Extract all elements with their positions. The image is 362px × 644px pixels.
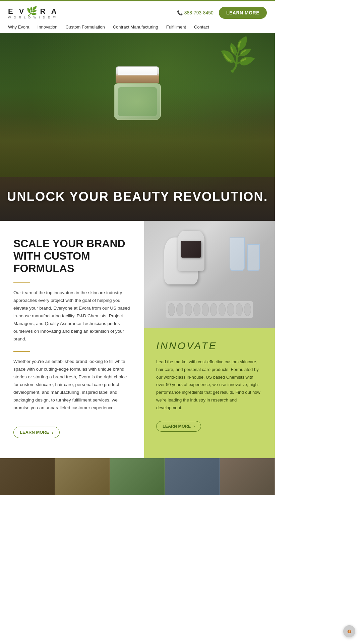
hero-title: UNLOCK YOUR BEAUTY REVOLUTION.	[0, 179, 275, 221]
logo-leaf-icon: 🌿	[26, 6, 39, 16]
main-content: SCALE YOUR BRAND WITH CUSTOM FORMULAS Ou…	[0, 221, 275, 458]
nav-link-contact[interactable]: Contact	[194, 24, 209, 30]
navbar: E V 🌿 R A W O R L D W I D E ™ 📞 888-793-…	[0, 1, 275, 21]
innovate-arrow-icon: ›	[193, 424, 195, 429]
jar-body	[114, 83, 161, 120]
main-heading: SCALE YOUR BRAND WITH CUSTOM FORMULAS	[13, 237, 131, 274]
hero-moss	[0, 117, 275, 177]
nav-link-custom-formulation[interactable]: Custom Formulation	[66, 24, 105, 30]
logo-wordmark: W O R L D W I D E ™	[8, 16, 57, 19]
logo-area: E V 🌿 R A W O R L D W I D E ™	[8, 6, 59, 19]
divider-line-1	[13, 282, 30, 283]
nav-link-innovation[interactable]: Innovation	[38, 24, 58, 30]
bottom-img-3	[110, 458, 165, 495]
lab-tray	[166, 301, 253, 318]
right-panel: INNOVATE Lead the market with cost-effec…	[144, 221, 275, 458]
lab-beaker-1	[230, 237, 245, 271]
lab-substance	[181, 241, 201, 258]
bottom-img-4	[165, 458, 220, 495]
main-para-2: Whether you're an established brand look…	[13, 358, 131, 412]
innovate-learn-more-button[interactable]: LEARN MORE ›	[156, 421, 201, 432]
divider-line-2	[13, 351, 30, 352]
left-learn-more-link[interactable]: LEARN MORE ›	[13, 427, 60, 438]
nav-link-contract-manufacturing[interactable]: Contract Manufacturing	[113, 24, 158, 30]
phone-link[interactable]: 📞 888-793-8450	[177, 10, 214, 15]
phone-icon: 📞	[177, 10, 183, 15]
jar-container	[111, 66, 164, 120]
nav-links-bar: Why Evora Innovation Custom Formulation …	[0, 21, 275, 33]
nav-right: 📞 888-793-8450 LEARN MORE	[177, 7, 267, 19]
hero-section: 🌿 UNLOCK YOUR BEAUTY REVOLUTION.	[0, 33, 275, 221]
bottom-image-strip	[0, 458, 275, 495]
lab-hands	[158, 231, 218, 291]
jar-lid	[116, 66, 159, 83]
innovate-card: INNOVATE Lead the market with cost-effec…	[144, 328, 275, 458]
main-para-1: Our team of the top innovators in the sk…	[13, 289, 131, 343]
lab-image	[144, 221, 275, 328]
left-panel: SCALE YOUR BRAND WITH CUSTOM FORMULAS Ou…	[0, 221, 144, 458]
lab-scene	[144, 221, 275, 328]
innovate-title: INNOVATE	[156, 340, 263, 352]
arrow-icon: ›	[52, 430, 53, 435]
logo-text: E V 🌿 R A	[8, 6, 59, 16]
bottom-img-2	[55, 458, 110, 495]
nav-link-why-evora[interactable]: Why Evora	[8, 24, 29, 30]
innovate-text: Lead the market with cost-effective cust…	[156, 358, 263, 412]
nav-link-fulfillment[interactable]: Fulfillment	[166, 24, 186, 30]
navbar-cta-button[interactable]: LEARN MORE	[219, 7, 267, 19]
jar-lid-top	[118, 67, 157, 75]
bottom-img-1	[0, 458, 55, 495]
bottom-img-5	[220, 458, 275, 495]
lab-beaker-2	[247, 244, 260, 271]
